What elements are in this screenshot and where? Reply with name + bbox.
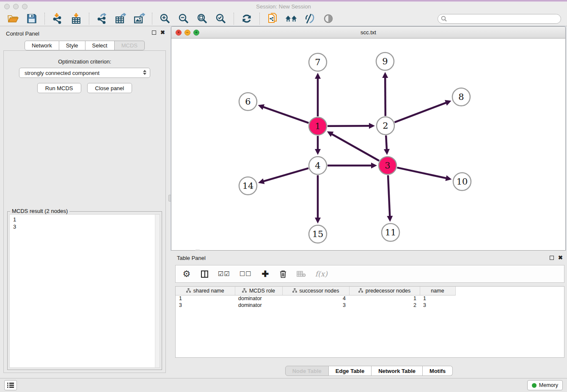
edge-2-9[interactable] <box>385 77 385 116</box>
cell-shared-name[interactable]: 3 <box>176 302 235 309</box>
tab-motifs[interactable]: Motifs <box>423 366 453 376</box>
criterion-value: strongly connected component <box>25 70 99 76</box>
run-mcds-button[interactable]: Run MCDS <box>37 83 81 93</box>
select-all-icon[interactable]: ☑☑ <box>218 269 230 279</box>
edge-2-3[interactable] <box>386 135 387 150</box>
cell-MCDS-role[interactable]: dominator <box>235 302 282 309</box>
float-panel-icon[interactable] <box>152 30 156 35</box>
export-network-icon[interactable] <box>96 12 108 25</box>
app-titlebar: Session: New Session <box>0 2 567 11</box>
mcds-panel: Optimization criterion: strongly connect… <box>3 50 166 373</box>
memory-button[interactable]: Memory <box>527 380 563 390</box>
result-scrollbar[interactable] <box>155 215 160 367</box>
network-window-title: scc.txt <box>171 29 565 36</box>
tab-node-table[interactable]: Node Table <box>285 366 329 376</box>
function-builder-icon: f(x) <box>315 269 328 279</box>
zoom-out-icon[interactable] <box>177 12 190 25</box>
table-row[interactable]: 3dominator323 <box>176 302 462 309</box>
toolbar-separator <box>89 13 89 25</box>
main-toolbar <box>0 11 567 26</box>
column-header-predecessor-nodes[interactable]: predecessor nodes <box>349 287 420 295</box>
save-session-icon[interactable] <box>25 12 38 25</box>
close-panel-button[interactable]: Close panel <box>87 83 132 93</box>
node-label-11: 11 <box>385 227 396 237</box>
mcds-result-area[interactable]: 13 <box>9 214 160 368</box>
column-header-MCDS-role[interactable]: MCDS role <box>235 287 282 295</box>
add-column-icon[interactable]: ✚ <box>261 269 270 279</box>
result-line: 3 <box>13 223 156 230</box>
toggle-panel-icon[interactable] <box>200 269 209 279</box>
cell-predecessor-nodes[interactable]: 1 <box>349 295 420 302</box>
import-network-icon[interactable] <box>51 12 64 25</box>
node-label-6: 6 <box>245 97 250 107</box>
edge-1-6[interactable] <box>262 107 308 123</box>
tab-network-table[interactable]: Network Table <box>372 366 423 376</box>
search-input[interactable] <box>438 14 561 24</box>
clone-network-icon[interactable] <box>266 12 279 25</box>
tab-style[interactable]: Style <box>59 41 85 50</box>
home-layout-icon[interactable] <box>285 12 297 25</box>
delete-column-icon[interactable] <box>279 269 287 279</box>
control-panel: Control Panel ✖ NetworkStyleSelectMCDS O… <box>0 26 169 378</box>
import-table-icon[interactable] <box>70 12 83 25</box>
column-header-shared-name[interactable]: shared name <box>176 287 235 295</box>
tab-mcds[interactable]: MCDS <box>115 41 145 50</box>
export-image-icon[interactable] <box>133 12 146 25</box>
zoom-in-icon[interactable] <box>159 12 171 25</box>
select-stepper-icon <box>143 70 146 75</box>
task-history-button[interactable] <box>4 380 17 390</box>
node-label-15: 15 <box>312 229 324 239</box>
tab-edge-table[interactable]: Edge Table <box>329 366 372 376</box>
edge-3-1[interactable] <box>331 134 379 161</box>
refresh-icon[interactable] <box>240 12 253 25</box>
criterion-select[interactable]: strongly connected component <box>19 68 150 78</box>
cell-predecessor-nodes[interactable]: 2 <box>349 302 420 309</box>
zoom-selected-icon[interactable] <box>215 12 227 25</box>
cell-successor-nodes[interactable]: 3 <box>282 302 349 309</box>
column-header-successor-nodes[interactable]: successor nodes <box>282 287 349 295</box>
edge-3-10[interactable] <box>397 168 447 179</box>
open-file-icon[interactable] <box>7 12 19 25</box>
float-table-panel-icon[interactable] <box>550 256 554 260</box>
close-panel-icon[interactable]: ✖ <box>160 30 165 35</box>
export-table-icon[interactable] <box>114 12 127 25</box>
node-table[interactable]: shared nameMCDS rolesuccessor nodesprede… <box>175 286 564 358</box>
settings-gear-icon[interactable]: ⚙ <box>182 269 191 279</box>
column-header-filler <box>455 287 462 295</box>
edge-1-2[interactable] <box>328 126 370 126</box>
delete-table-icon <box>297 269 306 279</box>
cell-MCDS-role[interactable]: dominator <box>235 295 282 302</box>
edge-3-11[interactable] <box>388 175 390 217</box>
tab-select[interactable]: Select <box>85 41 115 50</box>
deselect-all-icon[interactable]: ☐☐ <box>239 269 252 279</box>
hide-labels-icon[interactable] <box>303 12 316 25</box>
cell-successor-nodes[interactable]: 4 <box>282 295 349 302</box>
status-bar: Memory <box>0 378 567 392</box>
mcds-result-group: MCDS result (2 nodes) 13 <box>7 211 162 370</box>
close-table-panel-icon[interactable]: ✖ <box>558 256 563 260</box>
cell-name[interactable]: 3 <box>420 302 455 309</box>
column-header-name[interactable]: name <box>420 287 455 295</box>
cell-shared-name[interactable]: 1 <box>176 295 235 302</box>
arrowhead-icon <box>315 218 321 224</box>
edge-4-14[interactable] <box>263 168 308 182</box>
edge-2-8[interactable] <box>395 102 447 122</box>
toggle-view-icon[interactable] <box>322 12 335 25</box>
arrowhead-icon <box>384 149 390 155</box>
network-canvas[interactable]: 7968124314101511 <box>171 39 565 250</box>
hierarchy-icon <box>242 288 247 293</box>
network-graph[interactable]: 7968124314101511 <box>171 39 565 250</box>
memory-label: Memory <box>539 382 558 388</box>
network-window-titlebar[interactable]: × − + scc.txt <box>171 27 565 39</box>
node-label-2: 2 <box>383 121 388 131</box>
node-label-3: 3 <box>385 160 390 171</box>
result-line: 1 <box>13 216 156 223</box>
toolbar-separator <box>44 13 45 25</box>
table-row[interactable]: 1dominator411 <box>176 295 462 302</box>
cell-name[interactable]: 1 <box>420 295 455 302</box>
control-panel-tabs: NetworkStyleSelectMCDS <box>25 41 145 50</box>
zoom-fit-icon[interactable] <box>196 12 209 25</box>
arrowhead-icon <box>369 123 375 129</box>
tab-network[interactable]: Network <box>25 41 59 50</box>
toolbar-separator <box>259 13 260 25</box>
